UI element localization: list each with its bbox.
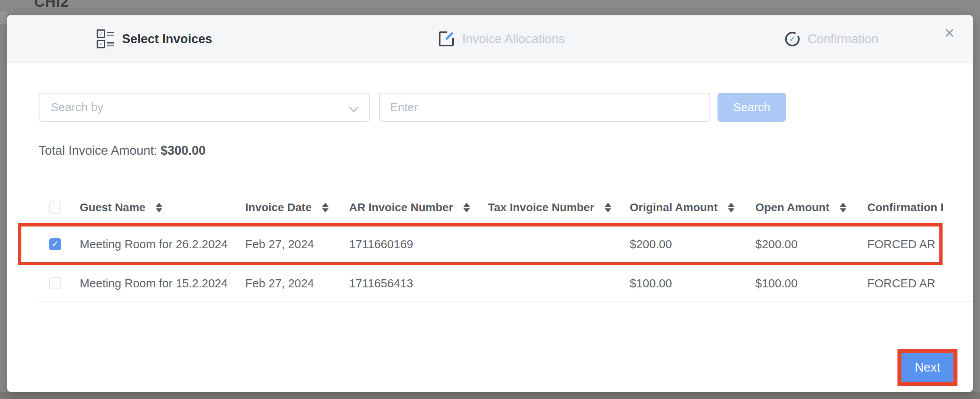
checklist-icon: ✓ ✓ <box>97 29 114 48</box>
dropdown-placeholder: Search by <box>51 101 103 114</box>
cell-invoice-date: Feb 27, 2024 <box>242 238 346 251</box>
step-select-invoices[interactable]: ✓ ✓ Select Invoices <box>97 15 212 62</box>
sort-icon <box>156 203 162 212</box>
cell-open-amount: $100.00 <box>752 277 864 290</box>
column-header-open-amount[interactable]: Open Amount <box>752 201 864 214</box>
sort-icon <box>463 203 470 212</box>
step-confirmation[interactable]: ✓ Confirmation <box>785 15 879 62</box>
row-checkbox[interactable] <box>49 277 61 289</box>
sort-icon <box>840 203 846 212</box>
cell-ar-invoice-number: 1711656413 <box>346 277 485 290</box>
cell-open-amount: $200.00 <box>752 238 864 251</box>
column-header-confirmation[interactable]: Confirmation I <box>864 201 973 214</box>
select-all-checkbox[interactable] <box>49 202 61 214</box>
search-value-input[interactable] <box>379 93 710 122</box>
background-page-title: CHI2 <box>34 0 69 10</box>
table-row[interactable]: Meeting Room for 15.2.2024 Feb 27, 2024 … <box>39 266 973 301</box>
column-header-tax-invoice-number[interactable]: Tax Invoice Number <box>485 201 626 214</box>
table-row[interactable]: ✓ Meeting Room for 26.2.2024 Feb 27, 202… <box>39 223 973 265</box>
total-value: $300.00 <box>161 143 206 158</box>
cell-confirmation: FORCED AR <box>864 238 973 251</box>
column-header-ar-invoice-number[interactable]: AR Invoice Number <box>346 201 485 214</box>
column-header-original-amount[interactable]: Original Amount <box>626 201 752 214</box>
step-label: Invoice Allocations <box>462 32 565 46</box>
column-header-invoice-date[interactable]: Invoice Date <box>242 201 346 214</box>
sort-icon <box>728 203 734 212</box>
step-invoice-allocations[interactable]: Invoice Allocations <box>439 15 565 62</box>
circle-check-icon: ✓ <box>785 32 800 46</box>
background-row-fragment <box>0 13 7 23</box>
cell-confirmation: FORCED AR <box>864 277 973 290</box>
wizard-header: ✓ ✓ Select Invoices Invoice Allocations … <box>7 15 973 63</box>
cell-guest-name: Meeting Room for 15.2.2024 <box>75 277 242 290</box>
close-icon[interactable]: ✕ <box>941 24 958 42</box>
screen: CHI2 ✓ ✓ Select Invoices Invoice Allocat… <box>0 0 980 399</box>
next-button-highlight: Next <box>897 349 957 386</box>
step-label: Confirmation <box>808 32 879 46</box>
chevron-down-icon <box>349 102 358 112</box>
search-button[interactable]: Search <box>717 93 786 122</box>
step-label: Select Invoices <box>122 32 212 46</box>
sort-icon <box>605 203 611 212</box>
cell-original-amount: $100.00 <box>626 277 752 290</box>
cell-guest-name: Meeting Room for 26.2.2024 <box>75 238 242 251</box>
background-bottom-strip <box>0 392 980 399</box>
total-label: Total Invoice Amount: <box>39 143 157 158</box>
select-invoices-modal: ✓ ✓ Select Invoices Invoice Allocations … <box>7 15 973 392</box>
background-divider <box>0 23 7 24</box>
cell-invoice-date: Feb 27, 2024 <box>242 277 346 290</box>
table-header-row: Guest Name Invoice Date AR Invoice Numbe… <box>39 199 973 216</box>
sort-icon <box>322 203 329 212</box>
search-by-dropdown[interactable]: Search by <box>39 93 370 122</box>
cell-ar-invoice-number: 1711660169 <box>346 238 485 251</box>
edit-icon <box>439 31 454 47</box>
cell-original-amount: $200.00 <box>626 238 752 251</box>
row-checkbox-checked[interactable]: ✓ <box>49 238 61 250</box>
total-invoice-amount: Total Invoice Amount:$300.00 <box>39 143 206 158</box>
column-header-guest-name[interactable]: Guest Name <box>75 201 242 214</box>
next-button[interactable]: Next <box>901 353 953 382</box>
